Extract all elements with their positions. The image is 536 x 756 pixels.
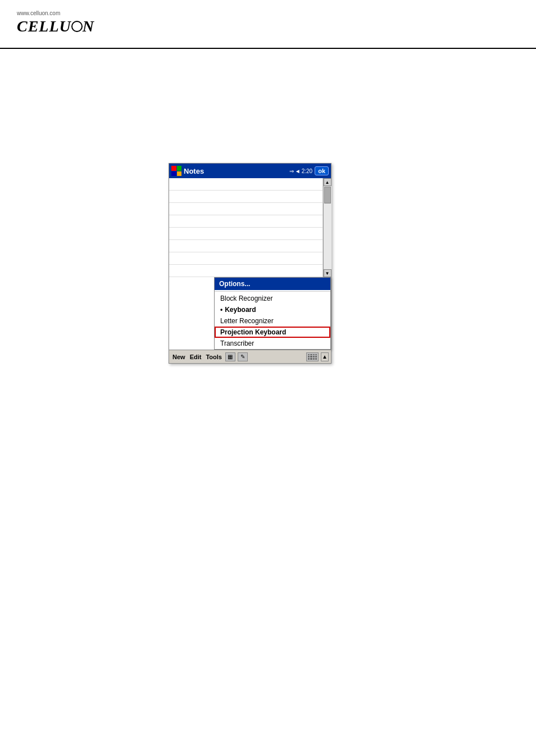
key-dot — [310, 358, 312, 360]
scrollbar-track — [324, 186, 331, 269]
key-dot — [315, 356, 317, 357]
ppc-window: Notes ⇒ ◄ 2:20 ok — [169, 163, 331, 364]
app-title: Notes — [184, 167, 204, 175]
menu-item-label: Projection Keyboard — [220, 328, 286, 336]
logo-on: N — [83, 17, 94, 35]
volume-icon: ◄ — [295, 168, 301, 174]
menu-item-label: Keyboard — [225, 306, 256, 314]
pen-icon[interactable]: ✎ — [238, 352, 248, 361]
bottom-toolbar: New Edit Tools ▦ ✎ ▲ — [169, 350, 331, 363]
menu-item-label: Transcriber — [220, 339, 254, 347]
menu-separator — [215, 291, 330, 292]
tools-button[interactable]: Tools — [205, 353, 223, 361]
signal-icon: ⇒ — [289, 168, 294, 174]
logo-icon — [71, 20, 83, 33]
title-bar: Notes ⇒ ◄ 2:20 ok — [169, 164, 331, 178]
menu-item-transcriber[interactable]: Transcriber — [215, 338, 330, 349]
title-bar-left: Notes — [171, 166, 204, 176]
key-dot — [315, 354, 317, 356]
header-divider — [0, 48, 536, 49]
logo-text: CELLU — [17, 17, 71, 35]
menu-header: Options... — [215, 278, 330, 290]
key-dot — [308, 358, 310, 360]
logo-q2 — [177, 166, 182, 171]
menu-item-label: Letter Recognizer — [220, 317, 274, 325]
windows-logo-icon — [171, 166, 181, 176]
note-item[interactable] — [169, 240, 322, 252]
key-dot — [308, 354, 310, 356]
note-item[interactable] — [169, 252, 322, 265]
note-item[interactable] — [169, 228, 322, 240]
note-item[interactable] — [169, 215, 322, 228]
keyboard-icon[interactable] — [306, 352, 319, 361]
header-logo: CELLU N — [17, 17, 94, 35]
scrollbar-up-button[interactable]: ▲ — [324, 178, 331, 186]
logo-q1 — [171, 166, 176, 171]
time-display: 2:20 — [302, 168, 312, 174]
note-item[interactable] — [169, 265, 322, 277]
key-dot — [313, 354, 315, 356]
menu-item-block-recognizer[interactable]: Block Recognizer — [215, 293, 330, 304]
key-dot — [313, 358, 315, 360]
key-dot — [313, 356, 315, 357]
svg-point-1 — [75, 24, 79, 29]
ok-button[interactable]: ok — [315, 166, 329, 175]
edit-button[interactable]: Edit — [189, 353, 203, 361]
bullet-icon: • — [220, 306, 222, 314]
key-dot — [310, 356, 312, 357]
scrollbar-down-button[interactable]: ▼ — [324, 269, 331, 277]
popup-menu: Options... Block Recognizer • Keyboard L… — [214, 277, 331, 350]
menu-item-keyboard[interactable]: • Keyboard — [215, 304, 330, 315]
note-item[interactable] — [169, 191, 322, 203]
logo-q4 — [177, 171, 182, 176]
note-item[interactable] — [169, 203, 322, 215]
view-icon[interactable]: ▦ — [225, 352, 235, 361]
header-url: www.celluon.com — [17, 10, 60, 16]
device-container: Notes ⇒ ◄ 2:20 ok — [169, 163, 331, 364]
key-dot — [308, 356, 310, 357]
new-button[interactable]: New — [171, 353, 187, 361]
up-arrow-button[interactable]: ▲ — [321, 352, 329, 361]
scrollbar-thumb[interactable] — [324, 187, 331, 203]
menu-item-projection-keyboard[interactable]: Projection Keyboard — [215, 327, 330, 338]
scrollbar: ▲ ▼ — [323, 178, 331, 277]
key-dot — [310, 354, 312, 356]
menu-item-letter-recognizer[interactable]: Letter Recognizer — [215, 315, 330, 327]
key-dot — [315, 358, 317, 360]
header: www.celluon.com CELLU N — [17, 10, 94, 35]
note-item[interactable] — [169, 178, 322, 191]
menu-item-label: Block Recognizer — [220, 295, 272, 302]
content-area: ▲ ▼ — [169, 178, 331, 277]
notes-list — [169, 178, 323, 277]
title-bar-right: ⇒ ◄ 2:20 ok — [289, 166, 329, 175]
logo-q3 — [171, 171, 176, 176]
status-icons: ⇒ ◄ 2:20 — [289, 168, 312, 174]
